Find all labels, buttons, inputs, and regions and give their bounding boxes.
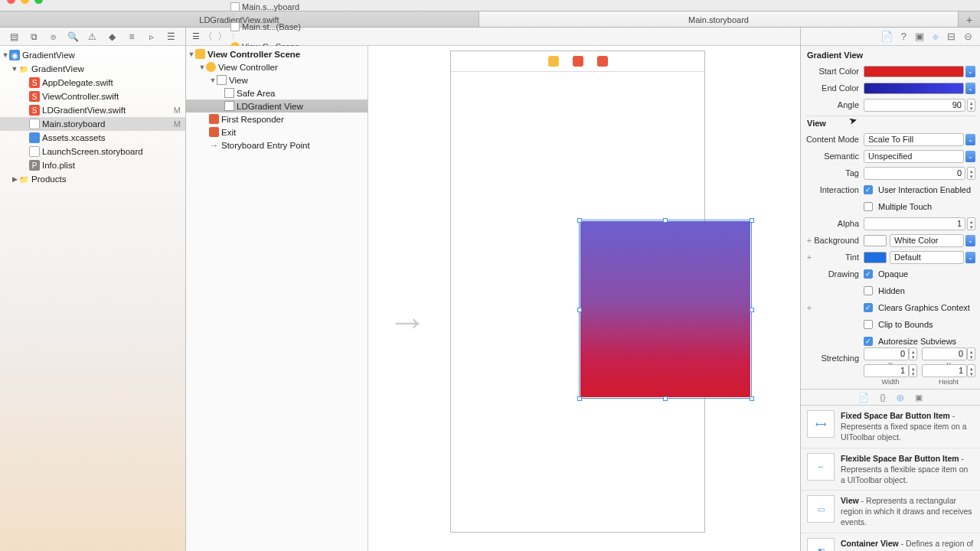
opaque-check[interactable]: ✓ xyxy=(864,269,873,279)
project-tree[interactable]: ▼◉GradientView ▼📁GradientView SAppDelega… xyxy=(0,46,185,186)
tint-color-well[interactable] xyxy=(864,252,887,263)
stretch-w[interactable]: 1 xyxy=(864,364,909,377)
source-nav-icon[interactable]: ⧉ xyxy=(28,31,39,42)
lib-item[interactable]: ◧Container View - Defines a region of a … xyxy=(801,533,980,551)
file-AppDelegate.swift[interactable]: SAppDelegate.swift xyxy=(0,76,185,90)
outline-safe[interactable]: Safe Area xyxy=(237,89,276,98)
back-button[interactable]: 〈 xyxy=(203,30,213,44)
fr-icon[interactable] xyxy=(573,56,583,67)
angle-stepper[interactable]: ▴▾ xyxy=(967,99,975,112)
outline-exit[interactable]: Exit xyxy=(221,128,236,137)
file-LaunchScreen.storyboard[interactable]: LaunchScreen.storyboard xyxy=(0,145,185,158)
library-tabs[interactable]: 📄{}◎▣ xyxy=(801,389,980,406)
break-nav-icon[interactable]: ▹ xyxy=(146,31,157,42)
crumb-3[interactable]: Main.st...(Base) xyxy=(230,22,305,31)
project-nav-icon[interactable]: ▤ xyxy=(9,31,20,42)
lib-item[interactable]: ⟷Fixed Space Bar Button Item - Represent… xyxy=(801,406,980,448)
related-icon[interactable]: ☰ xyxy=(192,31,200,41)
file-Assets.xcassets[interactable]: Assets.xcassets xyxy=(0,131,185,145)
report-nav-icon[interactable]: ☰ xyxy=(165,31,176,42)
crumb-2[interactable]: Main.s...yboard xyxy=(230,2,305,11)
navigator-selector[interactable]: ▤⧉⌾🔍⚠◆≡▹☰ xyxy=(0,28,185,46)
file-LDGradientView.swift[interactable]: SLDGradientView.swiftM xyxy=(0,103,185,117)
file-Main.storyboard[interactable]: Main.storyboardM xyxy=(0,117,185,131)
content-mode-select[interactable]: Scale To Fill xyxy=(864,133,964,146)
navigator-pane: ▤⧉⌾🔍⚠◆≡▹☰ ▼◉GradientView ▼📁GradientView … xyxy=(0,28,186,551)
tab-right[interactable]: Main.storyboard xyxy=(479,11,959,27)
file-insp-icon[interactable]: 📄 xyxy=(880,31,893,42)
semantic-select[interactable]: Unspecified xyxy=(864,150,964,163)
help-insp-icon[interactable]: ? xyxy=(901,31,906,42)
file-ViewController.swift[interactable]: SViewController.swift xyxy=(0,90,185,103)
end-color-drop[interactable]: ⌄ xyxy=(965,83,975,94)
uie-check[interactable]: ✓ xyxy=(864,185,873,194)
conn-insp-icon[interactable]: ⊝ xyxy=(964,31,972,42)
find-nav-icon[interactable]: 🔍 xyxy=(67,31,78,42)
add-tab-button[interactable]: + xyxy=(959,11,980,27)
size-insp-icon[interactable]: ⊟ xyxy=(947,31,956,42)
start-color-well[interactable] xyxy=(864,66,964,77)
outline-scene[interactable]: View Controller Scene xyxy=(207,50,300,59)
outline-first-responder[interactable]: First Responder xyxy=(221,115,284,124)
fwd-button[interactable]: 〉 xyxy=(217,30,227,44)
symbol-nav-icon[interactable]: ⌾ xyxy=(48,31,59,42)
hidden-check[interactable] xyxy=(864,286,873,295)
outline-view[interactable]: View xyxy=(229,76,248,85)
object-library[interactable]: ⟷Fixed Space Bar Button Item - Represent… xyxy=(801,406,980,551)
outline-vc[interactable]: View Controller xyxy=(218,63,278,72)
autoresize-check[interactable]: ✓ xyxy=(864,337,873,346)
tint-select[interactable]: Default xyxy=(890,251,964,264)
folder[interactable]: GradientView xyxy=(31,64,84,73)
selection-outline xyxy=(579,220,752,399)
issue-nav-icon[interactable]: ⚠ xyxy=(87,31,98,42)
section-gradient: Gradient View xyxy=(805,48,975,64)
outline-entry[interactable]: Storyboard Entry Point xyxy=(221,141,310,150)
outline-gradient[interactable]: LDGradient View xyxy=(237,102,303,111)
lib-item[interactable]: ▭View - Represents a rectangular region … xyxy=(801,491,980,533)
stretch-h[interactable]: 1 xyxy=(922,364,967,377)
window-controls[interactable] xyxy=(7,0,43,4)
end-color-well[interactable] xyxy=(864,83,964,94)
products-folder[interactable]: Products xyxy=(31,174,66,184)
clip-check[interactable] xyxy=(864,320,873,329)
attr-insp-icon[interactable]: ⟐ xyxy=(933,31,939,42)
exit-icon[interactable] xyxy=(597,56,608,67)
clears-check[interactable]: ✓ xyxy=(864,303,873,312)
start-color-drop[interactable]: ⌄ xyxy=(965,66,975,77)
multi-check[interactable] xyxy=(864,202,873,211)
tag-field[interactable]: 0 xyxy=(864,167,965,180)
jump-bar[interactable]: ☰ 〈〉 GradientView〉GradientView〉Main.s...… xyxy=(186,28,800,46)
angle-field[interactable]: 90 xyxy=(864,99,965,112)
lib-item[interactable]: ↔Flexible Space Bar Button Item - Repres… xyxy=(801,448,980,491)
stretch-x[interactable]: 0 xyxy=(864,347,909,360)
tab-bar: LDGradientView.swift Main.storyboard + xyxy=(0,11,980,28)
document-outline[interactable]: ▼View Controller Scene ▼View Controller … xyxy=(186,46,368,551)
inspector-selector[interactable]: 📄?▣⟐⊟⊝ xyxy=(801,28,980,46)
bg-select[interactable]: White Color xyxy=(890,234,964,247)
device-frame[interactable] xyxy=(450,51,705,533)
inspector-pane: 📄?▣⟐⊟⊝ Gradient View Start Color⌄ End Co… xyxy=(801,28,980,551)
vc-icon[interactable] xyxy=(548,56,559,67)
id-insp-icon[interactable]: ▣ xyxy=(915,31,924,42)
project-root[interactable]: GradientView xyxy=(22,51,75,60)
file-Info.plist[interactable]: PInfo.plist xyxy=(0,158,185,172)
alpha-field[interactable]: 1 xyxy=(864,217,965,230)
entry-arrow: → xyxy=(387,298,427,344)
bg-color-well[interactable] xyxy=(864,235,887,246)
test-nav-icon[interactable]: ◆ xyxy=(107,31,118,42)
debug-nav-icon[interactable]: ≡ xyxy=(126,31,137,42)
section-view: View xyxy=(805,116,975,132)
stretch-y[interactable]: 0 xyxy=(922,347,967,360)
canvas[interactable]: → xyxy=(368,46,800,551)
